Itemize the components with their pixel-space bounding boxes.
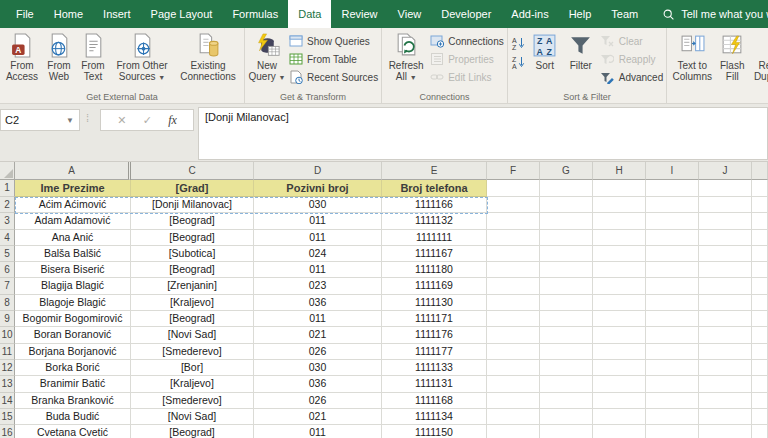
row-header-15[interactable]: 15 [0,409,15,425]
advanced-filter-button[interactable]: Advanced [600,69,663,85]
formula-bar-grip[interactable]: ⁞ [86,112,89,124]
cell[interactable] [752,376,768,392]
cell[interactable] [646,262,699,278]
row-header-4[interactable]: 4 [0,230,15,246]
cell[interactable] [540,278,593,294]
cell[interactable] [699,197,752,213]
cell[interactable]: 030 [254,197,382,213]
cell[interactable] [593,409,646,425]
cell[interactable] [646,376,699,392]
cell[interactable]: [Kraljevo] [131,376,254,392]
cell[interactable]: Pozivni broj [254,180,382,197]
cell[interactable] [593,197,646,213]
show-queries-button[interactable]: Show Queries [288,33,378,49]
cell[interactable]: 1111180 [382,262,487,278]
row-header-1[interactable]: 1 [0,180,15,197]
row-header-3[interactable]: 3 [0,213,15,229]
cell[interactable]: 021 [254,327,382,343]
formula-input[interactable]: [Donji Milanovac] [198,107,768,160]
cell[interactable] [487,295,540,311]
row-header-6[interactable]: 6 [0,262,15,278]
cell[interactable]: 1111111 [382,230,487,246]
refresh-all-button[interactable]: Refresh All ▼ [385,30,427,90]
cell[interactable] [487,393,540,409]
connections-button[interactable]: Connections [429,33,504,49]
cell[interactable]: 1111169 [382,278,487,294]
cell[interactable] [487,213,540,229]
cell[interactable]: 023 [254,278,382,294]
filter-button[interactable]: Filter [564,30,598,90]
cell[interactable] [487,278,540,294]
cell[interactable] [752,213,768,229]
cell[interactable] [752,393,768,409]
cell[interactable] [540,213,593,229]
cell[interactable] [752,197,768,213]
row-header-2[interactable]: 2 [0,197,15,213]
cell[interactable] [646,230,699,246]
row-header-5[interactable]: 5 [0,246,15,262]
tab-developer[interactable]: Developer [431,0,501,28]
cell[interactable] [540,344,593,360]
cell[interactable]: 1111150 [382,425,487,438]
cell[interactable]: 1111176 [382,327,487,343]
column-header-J[interactable]: J [699,162,752,180]
cell[interactable] [752,360,768,376]
column-header-D[interactable]: D [254,162,382,180]
cell[interactable] [593,327,646,343]
cell[interactable] [593,311,646,327]
cell[interactable] [487,311,540,327]
name-box-caret-icon[interactable]: ▼ [66,116,79,125]
tab-team[interactable]: Team [601,0,648,28]
cell[interactable]: Boran Boranović [15,327,131,343]
cell[interactable] [540,393,593,409]
cell[interactable] [540,246,593,262]
cell[interactable] [487,344,540,360]
cell[interactable] [646,327,699,343]
cell[interactable] [752,311,768,327]
cell[interactable]: Balša Balšić [15,246,131,262]
cell[interactable] [540,409,593,425]
cell[interactable] [646,344,699,360]
cell[interactable]: 011 [254,230,382,246]
cell[interactable] [699,278,752,294]
from-other-sources-button[interactable]: From Other Sources ▼ [111,30,173,90]
flash-fill-button[interactable]: Flash Fill [716,30,748,90]
row-header-13[interactable]: 13 [0,376,15,392]
cell[interactable] [540,327,593,343]
tab-insert[interactable]: Insert [93,0,141,28]
cell[interactable]: Blagoje Blagić [15,295,131,311]
cell[interactable] [699,425,752,438]
cell[interactable] [540,425,593,438]
cell[interactable] [487,376,540,392]
column-header-E[interactable]: E [382,162,487,180]
cell[interactable] [699,230,752,246]
confirm-entry-icon[interactable]: ✓ [143,114,152,127]
cell[interactable] [540,360,593,376]
insert-function-icon[interactable]: fx [168,113,177,128]
cell[interactable] [752,230,768,246]
cell[interactable]: Borjana Borjanović [15,344,131,360]
cell[interactable] [593,230,646,246]
column-header-H[interactable]: H [593,162,646,180]
cell[interactable] [593,393,646,409]
cell[interactable] [699,180,752,197]
cell[interactable]: 011 [254,311,382,327]
cell[interactable] [540,311,593,327]
cell[interactable] [646,246,699,262]
cell[interactable] [487,360,540,376]
cell[interactable]: Ana Anić [15,230,131,246]
cell[interactable] [646,360,699,376]
row-header-14[interactable]: 14 [0,393,15,409]
cell[interactable] [699,344,752,360]
from-table-button[interactable]: From Table [288,51,378,67]
cell[interactable] [752,344,768,360]
cell[interactable] [593,278,646,294]
cell[interactable] [699,360,752,376]
cell[interactable] [699,393,752,409]
column-header-partial[interactable] [752,162,768,180]
tab-home[interactable]: Home [44,0,93,28]
column-header-A[interactable]: A [15,162,131,180]
cell[interactable] [699,262,752,278]
cell[interactable]: Cvetana Cvetić [15,425,131,438]
cell[interactable]: Bogomir Bogomirović [15,311,131,327]
